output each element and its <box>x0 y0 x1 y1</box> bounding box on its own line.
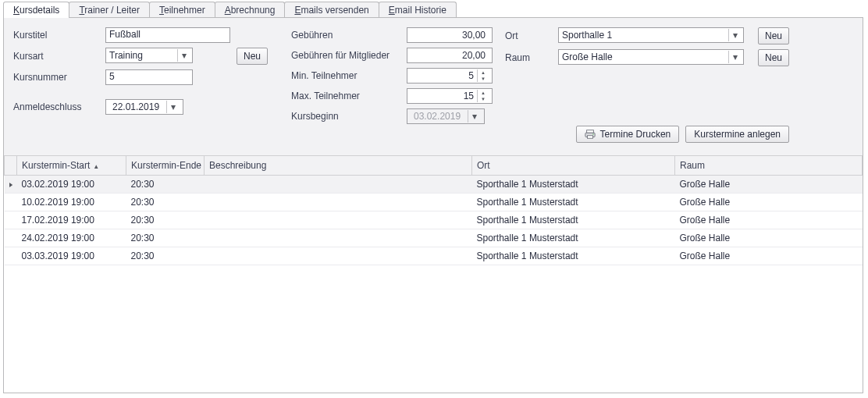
chevron-down-icon: ▾ <box>728 29 742 41</box>
gebuehren-mitglieder-input[interactable]: 20,00 <box>407 48 493 63</box>
cell-ende: 20:30 <box>126 176 205 194</box>
tab-email-historie[interactable]: Email Historie <box>379 2 457 18</box>
table-row[interactable]: 24.02.2019 19:0020:30Sporthalle 1 Muster… <box>5 229 863 247</box>
label-kursart: Kursart <box>13 51 99 62</box>
ort-combo[interactable]: Sporthalle 1 ▾ <box>558 27 744 43</box>
label-min-teilnehmer: Min. Teilnehmer <box>291 70 400 81</box>
chevron-down-icon: ▾ <box>166 101 180 113</box>
anmeldeschluss-date[interactable]: 22.01.2019 ▾ <box>105 99 183 115</box>
cell-raum: Große Halle <box>675 194 863 211</box>
raum-combo[interactable]: Große Halle ▾ <box>558 49 744 65</box>
table-row[interactable]: 10.02.2019 19:0020:30Sporthalle 1 Muster… <box>5 194 863 211</box>
tab-kursdetails[interactable]: Kursdetails <box>3 2 69 18</box>
sort-asc-icon: ▲ <box>93 163 99 170</box>
cell-raum: Große Halle <box>675 176 863 194</box>
gebuehren-input[interactable]: 30,00 <box>407 27 493 43</box>
spin-up-icon[interactable]: ▲ <box>478 69 489 76</box>
spin-down-icon[interactable]: ▼ <box>478 76 489 82</box>
label-anmeldeschluss: Anmeldeschluss <box>13 101 99 112</box>
cell-raum: Große Halle <box>675 229 863 247</box>
tab-bar: KursdetailsTrainer / LeiterTeilnehmerAbr… <box>0 0 868 18</box>
cell-raum: Große Halle <box>675 211 863 229</box>
table-row[interactable]: 17.02.2019 19:0020:30Sporthalle 1 Muster… <box>5 211 863 229</box>
label-gebuehren-mitglieder: Gebühren für Mitglieder <box>291 50 400 61</box>
cell-ort: Sporthalle 1 Musterstadt <box>472 176 675 194</box>
svg-rect-2 <box>587 136 592 139</box>
cell-beschreibung <box>205 194 472 211</box>
termine-drucken-button[interactable]: Termine Drucken <box>576 126 680 143</box>
termine-table[interactable]: Kurstermin-Start▲Kurstermin-EndeBeschrei… <box>4 155 863 393</box>
max-teilnehmer-input[interactable]: 15 ▲▼ <box>407 88 493 104</box>
svg-rect-0 <box>586 130 593 133</box>
label-kursbeginn: Kursbeginn <box>291 111 400 122</box>
kursart-neu-button[interactable]: Neu <box>237 48 268 65</box>
cell-beschreibung <box>205 176 472 194</box>
tab-teilnehmer[interactable]: Teilnehmer <box>149 2 215 18</box>
cell-ort: Sporthalle 1 Musterstadt <box>472 229 675 247</box>
tab-trainer-leiter[interactable]: Trainer / Leiter <box>69 2 150 18</box>
cell-beschreibung <box>205 211 472 229</box>
ort-neu-button[interactable]: Neu <box>758 27 789 44</box>
svg-point-3 <box>592 133 593 134</box>
col-kurstermin-ende[interactable]: Kurstermin-Ende <box>126 156 205 176</box>
label-kursnummer: Kursnummer <box>13 72 99 83</box>
row-header <box>5 156 17 176</box>
cell-beschreibung <box>205 229 472 247</box>
min-teilnehmer-input[interactable]: 5 ▲▼ <box>407 68 493 84</box>
cell-start: 10.02.2019 19:00 <box>17 194 126 211</box>
col-kurstermin-start[interactable]: Kurstermin-Start▲ <box>17 156 126 176</box>
cell-start: 17.02.2019 19:00 <box>17 211 126 229</box>
spin-up-icon[interactable]: ▲ <box>478 90 489 96</box>
kursbeginn-date: 03.02.2019 ▾ <box>407 108 485 124</box>
tab-emails-versenden[interactable]: Emails versenden <box>284 2 379 18</box>
table-row[interactable]: 03.03.2019 19:0020:30Sporthalle 1 Muster… <box>5 247 863 265</box>
chevron-down-icon: ▾ <box>177 49 190 62</box>
cell-start: 03.02.2019 19:00 <box>17 176 126 194</box>
col-raum[interactable]: Raum <box>675 156 863 176</box>
cell-ende: 20:30 <box>126 229 205 247</box>
cell-start: 03.03.2019 19:00 <box>17 247 126 265</box>
row-indicator-icon: ▸ <box>9 179 12 190</box>
cell-ende: 20:30 <box>126 194 205 211</box>
cell-ort: Sporthalle 1 Musterstadt <box>472 194 675 211</box>
cell-beschreibung <box>205 247 472 265</box>
cell-ort: Sporthalle 1 Musterstadt <box>472 247 675 265</box>
label-gebuehren: Gebühren <box>291 30 400 41</box>
col-ort[interactable]: Ort <box>472 156 675 176</box>
chevron-down-icon: ▾ <box>728 51 742 63</box>
label-raum: Raum <box>505 52 552 63</box>
kurstermine-anlegen-button[interactable]: Kurstermine anlegen <box>685 126 789 143</box>
tab-abrechnung[interactable]: Abrechnung <box>215 2 286 18</box>
kursnummer-input[interactable]: 5 <box>105 69 193 85</box>
spin-down-icon[interactable]: ▼ <box>478 96 489 102</box>
table-row[interactable]: ▸03.02.2019 19:0020:30Sporthalle 1 Muste… <box>5 176 863 194</box>
label-kurstitel: Kurstitel <box>13 30 99 41</box>
cell-ende: 20:30 <box>126 211 205 229</box>
cell-ende: 20:30 <box>126 247 205 265</box>
printer-icon <box>585 129 596 140</box>
cell-start: 24.02.2019 19:00 <box>17 229 126 247</box>
cell-raum: Große Halle <box>675 247 863 265</box>
chevron-down-icon: ▾ <box>468 110 481 123</box>
label-max-teilnehmer: Max. Teilnehmer <box>291 91 400 101</box>
label-ort: Ort <box>505 30 552 41</box>
col-beschreibung[interactable]: Beschreibung <box>205 156 472 176</box>
raum-neu-button[interactable]: Neu <box>758 49 789 66</box>
kurstitel-input[interactable]: Fußball <box>105 27 230 43</box>
kursart-combo[interactable]: Training ▾ <box>105 48 193 63</box>
kursdetails-panel: Kurstitel Fußball Kursart Training ▾ Neu… <box>3 17 863 393</box>
cell-ort: Sporthalle 1 Musterstadt <box>472 211 675 229</box>
